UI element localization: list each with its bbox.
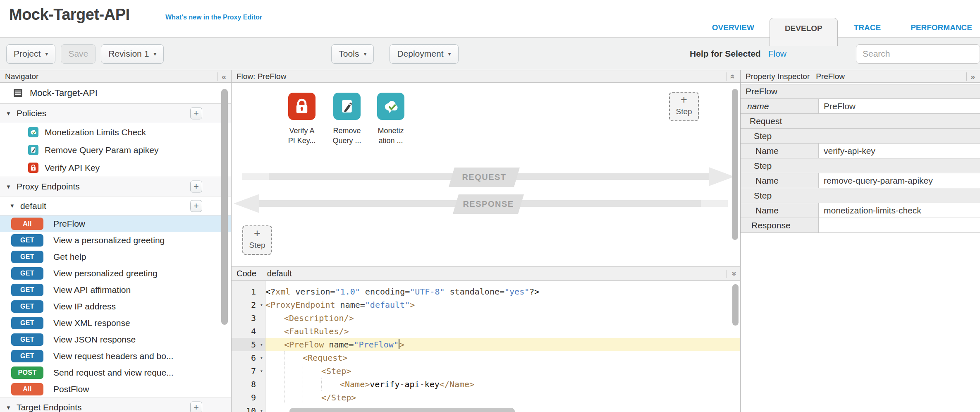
help-flow-link[interactable]: Flow [768, 49, 786, 59]
method-badge: All [11, 218, 43, 230]
tab-overview[interactable]: OVERVIEW [705, 18, 761, 38]
indent-guide [284, 351, 303, 364]
endpoint-item[interactable]: GETView personalized greeting [0, 265, 231, 282]
endpoint-item-label: View personalized greeting [53, 268, 158, 278]
chevron-down-icon: ▾ [448, 50, 451, 57]
endpoint-item[interactable]: GETGet help [0, 249, 231, 265]
endpoint-item[interactable]: GETView JSON response [0, 331, 231, 348]
code-panel: Code default « 12▾345▾6▾7▾8910▾ <?xml ve… [232, 266, 740, 412]
flow-policy-node[interactable]: Verify API Key... [283, 93, 320, 146]
navigator-header: Navigator « [0, 70, 231, 83]
endpoint-item-label: View XML response [53, 318, 130, 328]
property-field-value[interactable]: verify-api-key [819, 144, 980, 158]
endpoint-item-label: Get help [53, 252, 86, 262]
endpoint-item[interactable]: AllPreFlow [0, 216, 231, 232]
property-section-row: Step [741, 158, 980, 173]
divider [727, 270, 727, 278]
endpoint-item[interactable]: AllPostFlow [0, 381, 231, 398]
endpoint-item[interactable]: GETView a personalized greeting [0, 232, 231, 249]
response-flow-bar-end [701, 200, 728, 207]
code-horizontal-scrollbar[interactable] [289, 408, 515, 412]
tree-root-item[interactable]: Mock-Target-API [0, 83, 231, 103]
fold-caret-icon[interactable]: ▾ [260, 351, 263, 364]
collapse-up-icon[interactable]: « [729, 74, 737, 79]
tab-performance[interactable]: PERFORMANCE [904, 18, 979, 38]
property-field-value[interactable]: PreFlow [819, 99, 980, 113]
fold-caret-icon[interactable]: ▾ [260, 298, 263, 311]
property-field-value[interactable]: remove-query-param-apikey [819, 173, 980, 188]
collapse-down-icon[interactable]: « [729, 271, 737, 276]
flow-policy-node[interactable]: RemoveQuery ... [328, 93, 366, 146]
property-field-row: namePreFlow [741, 99, 980, 114]
tools-button[interactable]: Tools▾ [331, 44, 374, 64]
endpoint-item[interactable]: GETView XML response [0, 315, 231, 331]
pencil-icon [333, 93, 361, 120]
add-target-endpoint-button[interactable]: + [190, 402, 202, 412]
add-step-button[interactable]: + Step [669, 92, 699, 121]
revision-button[interactable]: Revision 1▾ [101, 44, 164, 64]
navigator-scrollbar[interactable] [221, 89, 228, 325]
property-table: PreFlownamePreFlowRequestStepNameverify-… [741, 83, 980, 412]
divider [218, 72, 218, 81]
deployment-button[interactable]: Deployment▾ [390, 44, 458, 64]
line-number: 4 [232, 325, 265, 338]
property-inspector-title: Property Inspector [746, 72, 810, 81]
collapse-panel-icon[interactable]: « [222, 72, 226, 81]
code-line [265, 404, 740, 412]
code-token: <Name> [340, 379, 370, 389]
save-button[interactable]: Save [61, 44, 96, 64]
proxy-editor: Mock-Target-API What's new in the Proxy … [0, 0, 980, 412]
method-badge: GET [11, 300, 43, 313]
property-inspector-subtitle: PreFlow [816, 72, 845, 81]
endpoint-list: AllPreFlowGETView a personalized greetin… [0, 216, 231, 398]
endpoint-item-label: View request headers and bo... [53, 351, 173, 361]
code-token: standalone= [445, 287, 505, 297]
expand-panel-icon[interactable]: » [970, 72, 975, 81]
policy-item-label: Remove Query Param apikey [45, 145, 158, 155]
project-button[interactable]: Project▾ [6, 44, 55, 64]
endpoint-item[interactable]: POSTSend request and view reque... [0, 364, 231, 381]
code-scrollbar[interactable] [732, 284, 739, 326]
proxy-endpoints-section-header[interactable]: ▼ Proxy Endpoints + [0, 177, 231, 196]
lock-icon [28, 163, 38, 173]
property-field-value[interactable] [819, 218, 980, 232]
endpoint-item[interactable]: GETView IP address [0, 298, 231, 315]
code-token: <? [265, 287, 275, 297]
target-endpoints-section-header[interactable]: ▼ Target Endpoints + [0, 398, 231, 412]
method-badge: GET [11, 350, 43, 362]
help-for-selected-label: Help for Selected [690, 49, 761, 59]
fold-caret-icon[interactable]: ▾ [260, 338, 263, 351]
search-input[interactable] [856, 44, 980, 64]
property-field-label: name [741, 99, 819, 113]
policies-section-header[interactable]: ▼ Policies + [0, 103, 231, 123]
code-area[interactable]: <?xml version="1.0" encoding="UTF-8" sta… [265, 281, 740, 412]
flow-policy-node[interactable]: Monetization ... [372, 93, 409, 146]
page-header: Mock-Target-API What's new in the Proxy … [0, 0, 980, 38]
policy-item[interactable]: Remove Query Param apikey [0, 141, 231, 159]
endpoint-item[interactable]: GETView request headers and bo... [0, 348, 231, 364]
property-field-value[interactable]: monetization-limits-check [819, 203, 980, 218]
add-step-button[interactable]: + Step [242, 225, 272, 255]
flow-scrollbar[interactable] [732, 89, 738, 240]
fold-caret-icon[interactable]: ▾ [260, 404, 263, 412]
line-number: 10▾ [232, 404, 265, 412]
tab-trace[interactable]: TRACE [847, 18, 888, 38]
navigator-tree: Mock-Target-API ▼ Policies + Monetizatio… [0, 83, 231, 412]
xml-code-editor[interactable]: 12▾345▾6▾7▾8910▾ <?xml version="1.0" enc… [232, 281, 740, 412]
default-endpoint-group-header[interactable]: ▼ default + [0, 196, 231, 216]
add-proxy-endpoint-button[interactable]: + [190, 181, 202, 193]
code-token: encoding= [360, 287, 410, 297]
whats-new-link[interactable]: What's new in the Proxy Editor [165, 14, 262, 21]
policy-item[interactable]: Verify API Key [0, 159, 231, 177]
line-number-gutter: 12▾345▾6▾7▾8910▾ [232, 281, 265, 412]
fold-caret-icon[interactable]: ▾ [260, 364, 263, 378]
pencil-icon [28, 145, 38, 155]
add-flow-button[interactable]: + [190, 200, 202, 212]
policy-item[interactable]: Monetization Limits Check [0, 123, 231, 141]
endpoint-item-label: View JSON response [53, 335, 136, 345]
flow-canvas[interactable]: Verify API Key...RemoveQuery ...Monetiza… [232, 83, 740, 266]
endpoint-item[interactable]: GETView API affirmation [0, 282, 231, 298]
tab-develop[interactable]: DEVELOP [770, 18, 838, 46]
add-policy-button[interactable]: + [190, 108, 202, 120]
code-token: <PreFlow [284, 340, 324, 350]
